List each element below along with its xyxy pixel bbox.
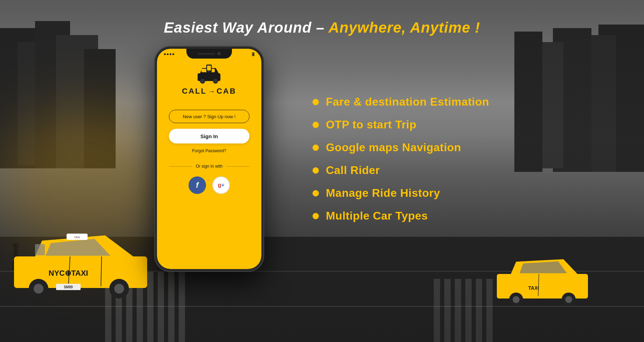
features-list: Fare & destination EstimationOTP to star…	[313, 95, 489, 222]
svg-point-28	[213, 79, 218, 83]
feature-item-call: Call Rider	[313, 164, 489, 177]
signal-dots	[164, 53, 174, 55]
signin-button[interactable]: Sign In	[169, 129, 249, 143]
notch-camera	[217, 52, 221, 55]
notch-speaker	[198, 53, 215, 55]
feature-text-fare: Fare & destination Estimation	[326, 95, 489, 108]
signal-dot-1	[164, 53, 166, 55]
signup-label: New user ? Sign Up now !	[183, 114, 235, 119]
feature-item-history: Manage Ride History	[313, 187, 489, 200]
facebook-button[interactable]: f	[189, 176, 206, 194]
feature-text-history: Manage Ride History	[326, 187, 440, 200]
phone-frame: 76% ▓	[155, 47, 263, 271]
feature-text-call: Call Rider	[326, 164, 380, 177]
signal-dot-2	[167, 53, 169, 55]
signin-label: Sign In	[200, 133, 218, 139]
feature-bullet-history	[313, 190, 319, 196]
battery-icon: ▓	[252, 52, 254, 56]
feature-text-otp: OTP to start Trip	[326, 118, 417, 131]
tagline-part2: Anywhere, Anytime !	[329, 19, 480, 36]
app-logo: CALL → CAB	[182, 65, 236, 96]
feature-bullet-call	[313, 167, 319, 174]
svg-point-31	[208, 71, 210, 72]
phone-container: 76% ▓	[155, 47, 263, 271]
feature-bullet-otp	[313, 122, 319, 128]
feature-text-maps: Google maps Navigation	[326, 141, 461, 154]
divider-right	[226, 166, 249, 167]
feature-item-fare: Fare & destination Estimation	[313, 95, 489, 108]
logo-call-text: CALL	[182, 87, 207, 96]
google-button[interactable]: g+	[212, 176, 230, 194]
signal-dot-3	[170, 53, 171, 55]
tagline: Easiest Way Around – Anywhere, Anytime !	[164, 19, 480, 36]
signup-link[interactable]: New user ? Sign Up now !	[169, 110, 249, 123]
feature-item-maps: Google maps Navigation	[313, 141, 489, 154]
google-plus-icon: g+	[218, 182, 224, 188]
svg-point-27	[200, 79, 205, 83]
facebook-icon: f	[196, 181, 198, 190]
logo-arrow: →	[208, 87, 215, 95]
feature-item-cartypes: Multiple Car Types	[313, 209, 489, 222]
logo-text-row: CALL → CAB	[182, 87, 236, 96]
content-wrapper: Easiest Way Around – Anywhere, Anytime !	[0, 0, 644, 342]
social-buttons: f g+	[189, 176, 230, 194]
feature-bullet-fare	[313, 99, 319, 105]
or-text: Or sign In with	[196, 164, 223, 169]
feature-item-otp: OTP to start Trip	[313, 118, 489, 131]
phone-notch	[186, 49, 232, 59]
logo-car-icon	[196, 65, 222, 84]
logo-cab-text: CAB	[217, 87, 237, 96]
signal-dot-4	[172, 53, 174, 55]
main-area: 76% ▓	[0, 47, 644, 271]
forgot-password[interactable]: Forgot Password?	[192, 148, 226, 153]
svg-rect-30	[207, 66, 211, 71]
phone-screen: 76% ▓	[157, 49, 261, 269]
divider-left	[169, 166, 192, 167]
or-divider: Or sign In with	[169, 164, 249, 169]
feature-bullet-maps	[313, 145, 319, 151]
feature-text-cartypes: Multiple Car Types	[326, 209, 428, 222]
feature-bullet-cartypes	[313, 213, 319, 219]
tagline-part1: Easiest Way Around –	[164, 19, 329, 36]
screen-inner: CALL → CAB New user ? Sign Up now ! Sign…	[157, 49, 261, 269]
